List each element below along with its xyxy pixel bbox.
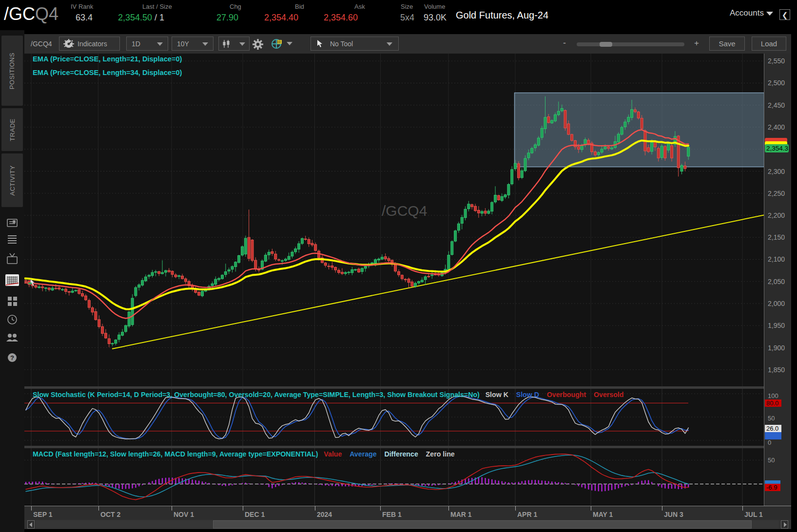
svg-text:/GCQ4: /GCQ4	[382, 203, 427, 219]
svg-text:?: ?	[10, 354, 14, 361]
